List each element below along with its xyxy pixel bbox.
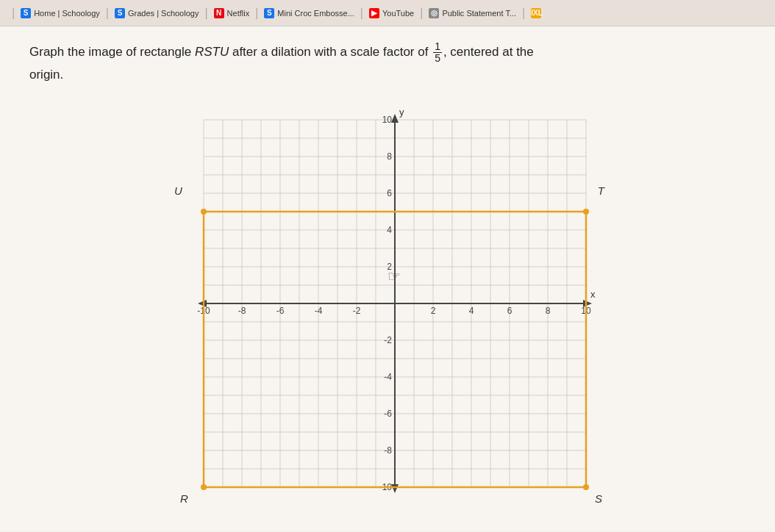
vertex-u-label: U — [174, 184, 182, 197]
problem-statement: Graph the image of rectangle RSTU after … — [29, 41, 691, 86]
fraction-denominator: 5 — [433, 53, 442, 64]
vertex-s-label: S — [595, 492, 602, 505]
tab-netflix[interactable]: N Netflix — [214, 8, 250, 18]
tab-youtube[interactable]: ▶ YouTube — [369, 8, 414, 18]
fraction-numerator: 1 — [433, 41, 442, 53]
graph-area[interactable]: U T R S — [167, 98, 608, 517]
tab-grades-schoology[interactable]: S Grades | Schoology — [115, 8, 199, 18]
vertex-t-label: T — [598, 184, 604, 197]
favicon-mini-croc: S — [264, 8, 274, 18]
favicon-youtube: ▶ — [369, 8, 379, 18]
favicon-schoology2: S — [115, 8, 125, 18]
problem-text-origin: origin. — [29, 68, 63, 82]
problem-text-middle: after a dilation with a scale factor of — [229, 45, 432, 59]
favicon-schoology1: S — [21, 8, 31, 18]
tab-public-statement[interactable]: ◎ Public Statement T... — [429, 8, 516, 18]
tab-ixl[interactable]: IXL — [531, 8, 541, 18]
coordinate-graph[interactable] — [167, 98, 608, 517]
browser-bar: | S Home | Schoology | S Grades | School… — [0, 0, 775, 26]
favicon-pub: ◎ — [429, 8, 439, 18]
vertex-r-label: R — [180, 492, 188, 505]
favicon-ixl: IXL — [531, 8, 541, 18]
scale-factor-fraction: 15 — [433, 41, 442, 65]
problem-text-before: Graph the image of rectangle — [29, 45, 195, 59]
main-content: Graph the image of rectangle RSTU after … — [0, 26, 775, 531]
problem-text-after: , centered at the — [443, 45, 534, 59]
favicon-netflix: N — [214, 8, 224, 18]
shape-name: RSTU — [195, 45, 229, 59]
tab-home-schoology[interactable]: S Home | Schoology — [21, 8, 100, 18]
tab-mini-croc[interactable]: S Mini Croc Embosse... — [264, 8, 354, 18]
